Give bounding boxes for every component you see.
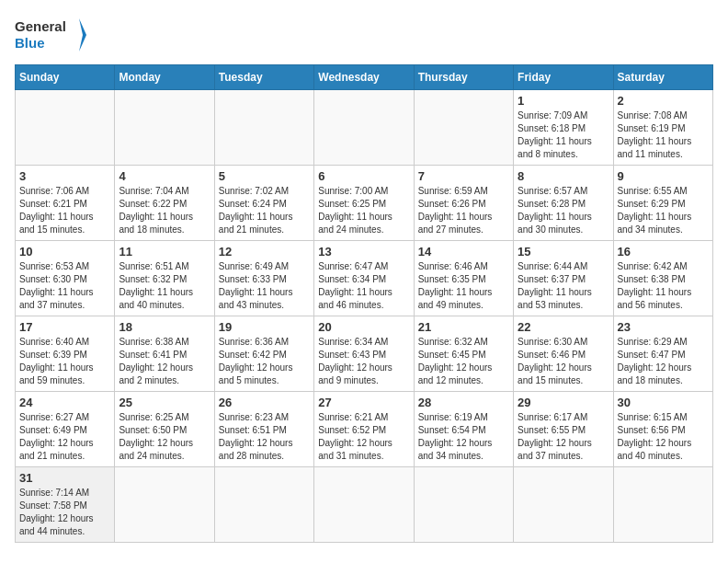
calendar-cell: [115, 90, 214, 166]
day-number: 1: [518, 94, 609, 108]
calendar-week-3: 17Sunrise: 6:40 AM Sunset: 6:39 PM Dayli…: [16, 316, 713, 392]
calendar-cell: 2Sunrise: 7:08 AM Sunset: 6:19 PM Daylig…: [613, 90, 712, 166]
day-number: 20: [318, 320, 409, 334]
calendar-cell: 11Sunrise: 6:51 AM Sunset: 6:32 PM Dayli…: [115, 241, 214, 316]
day-number: 17: [19, 320, 110, 334]
day-info: Sunrise: 6:36 AM Sunset: 6:42 PM Dayligh…: [219, 336, 310, 387]
calendar-cell: 29Sunrise: 6:17 AM Sunset: 6:55 PM Dayli…: [514, 392, 613, 467]
calendar-cell: 15Sunrise: 6:44 AM Sunset: 6:37 PM Dayli…: [514, 241, 613, 316]
day-number: 21: [418, 320, 509, 334]
calendar-cell: 9Sunrise: 6:55 AM Sunset: 6:29 PM Daylig…: [613, 166, 712, 241]
weekday-header-friday: Friday: [514, 65, 613, 90]
day-number: 15: [518, 245, 609, 259]
calendar-cell: 28Sunrise: 6:19 AM Sunset: 6:54 PM Dayli…: [414, 392, 513, 467]
day-number: 22: [518, 320, 609, 334]
day-info: Sunrise: 6:51 AM Sunset: 6:32 PM Dayligh…: [119, 260, 210, 312]
day-number: 29: [518, 396, 609, 409]
day-info: Sunrise: 7:14 AM Sunset: 7:58 PM Dayligh…: [19, 487, 110, 538]
day-number: 2: [618, 94, 709, 108]
day-number: 4: [119, 169, 210, 183]
day-number: 6: [318, 169, 409, 183]
calendar-week-4: 24Sunrise: 6:27 AM Sunset: 6:49 PM Dayli…: [16, 392, 713, 467]
calendar-cell: 31Sunrise: 7:14 AM Sunset: 7:58 PM Dayli…: [16, 467, 115, 543]
weekday-header-row: SundayMondayTuesdayWednesdayThursdayFrid…: [16, 65, 713, 90]
weekday-header-wednesday: Wednesday: [314, 65, 414, 90]
calendar-cell: 1Sunrise: 7:09 AM Sunset: 6:18 PM Daylig…: [514, 90, 613, 166]
day-number: 7: [418, 169, 509, 183]
calendar-week-2: 10Sunrise: 6:53 AM Sunset: 6:30 PM Dayli…: [16, 241, 713, 316]
calendar-cell: [314, 467, 414, 543]
calendar-cell: 24Sunrise: 6:27 AM Sunset: 6:49 PM Dayli…: [16, 392, 115, 467]
day-number: 10: [19, 245, 110, 259]
day-info: Sunrise: 6:23 AM Sunset: 6:51 PM Dayligh…: [219, 411, 310, 463]
calendar-cell: 5Sunrise: 7:02 AM Sunset: 6:24 PM Daylig…: [214, 166, 313, 241]
day-number: 23: [618, 320, 709, 334]
weekday-header-thursday: Thursday: [414, 65, 513, 90]
day-number: 31: [19, 471, 110, 485]
day-number: 25: [119, 396, 210, 409]
day-info: Sunrise: 7:08 AM Sunset: 6:19 PM Dayligh…: [618, 109, 709, 161]
day-number: 14: [418, 245, 509, 259]
calendar-week-1: 3Sunrise: 7:06 AM Sunset: 6:21 PM Daylig…: [16, 166, 713, 241]
calendar-cell: 18Sunrise: 6:38 AM Sunset: 6:41 PM Dayli…: [115, 316, 214, 392]
calendar-cell: 13Sunrise: 6:47 AM Sunset: 6:34 PM Dayli…: [314, 241, 414, 316]
day-info: Sunrise: 7:02 AM Sunset: 6:24 PM Dayligh…: [219, 185, 310, 236]
day-number: 24: [19, 396, 110, 409]
calendar-cell: [613, 467, 712, 543]
day-number: 5: [219, 169, 310, 183]
svg-text:Blue: Blue: [15, 35, 45, 51]
calendar-cell: 19Sunrise: 6:36 AM Sunset: 6:42 PM Dayli…: [214, 316, 313, 392]
calendar-cell: 4Sunrise: 7:04 AM Sunset: 6:22 PM Daylig…: [115, 166, 214, 241]
weekday-header-monday: Monday: [115, 65, 214, 90]
day-info: Sunrise: 6:42 AM Sunset: 6:38 PM Dayligh…: [618, 260, 709, 312]
day-info: Sunrise: 6:55 AM Sunset: 6:29 PM Dayligh…: [618, 185, 709, 236]
day-info: Sunrise: 6:25 AM Sunset: 6:50 PM Dayligh…: [119, 411, 210, 463]
calendar-cell: [414, 467, 513, 543]
calendar-week-5: 31Sunrise: 7:14 AM Sunset: 7:58 PM Dayli…: [16, 467, 713, 543]
day-info: Sunrise: 7:04 AM Sunset: 6:22 PM Dayligh…: [119, 185, 210, 236]
day-number: 8: [518, 169, 609, 183]
day-info: Sunrise: 6:27 AM Sunset: 6:49 PM Dayligh…: [19, 411, 110, 463]
calendar-cell: 12Sunrise: 6:49 AM Sunset: 6:33 PM Dayli…: [214, 241, 313, 316]
calendar-cell: 16Sunrise: 6:42 AM Sunset: 6:38 PM Dayli…: [613, 241, 712, 316]
calendar-cell: [414, 90, 513, 166]
day-number: 12: [219, 245, 310, 259]
day-info: Sunrise: 6:38 AM Sunset: 6:41 PM Dayligh…: [119, 336, 210, 387]
day-number: 11: [119, 245, 210, 259]
calendar-cell: [514, 467, 613, 543]
weekday-header-saturday: Saturday: [613, 65, 712, 90]
day-info: Sunrise: 7:00 AM Sunset: 6:25 PM Dayligh…: [318, 185, 409, 236]
day-info: Sunrise: 6:29 AM Sunset: 6:47 PM Dayligh…: [618, 336, 709, 387]
day-number: 28: [418, 396, 509, 409]
day-info: Sunrise: 6:59 AM Sunset: 6:26 PM Dayligh…: [418, 185, 509, 236]
day-info: Sunrise: 6:47 AM Sunset: 6:34 PM Dayligh…: [318, 260, 409, 312]
day-info: Sunrise: 6:57 AM Sunset: 6:28 PM Dayligh…: [518, 185, 609, 236]
calendar-cell: 3Sunrise: 7:06 AM Sunset: 6:21 PM Daylig…: [16, 166, 115, 241]
day-number: 30: [618, 396, 709, 409]
calendar-cell: [16, 90, 115, 166]
day-number: 9: [618, 169, 709, 183]
day-info: Sunrise: 7:09 AM Sunset: 6:18 PM Dayligh…: [518, 109, 609, 161]
svg-text:General: General: [15, 18, 66, 34]
day-info: Sunrise: 6:17 AM Sunset: 6:55 PM Dayligh…: [518, 411, 609, 463]
calendar-cell: 25Sunrise: 6:25 AM Sunset: 6:50 PM Dayli…: [115, 392, 214, 467]
svg-marker-2: [79, 18, 86, 52]
weekday-header-tuesday: Tuesday: [214, 65, 313, 90]
calendar: SundayMondayTuesdayWednesdayThursdayFrid…: [15, 64, 713, 543]
calendar-cell: 8Sunrise: 6:57 AM Sunset: 6:28 PM Daylig…: [514, 166, 613, 241]
logo-svg: General Blue: [15, 15, 88, 55]
day-info: Sunrise: 6:19 AM Sunset: 6:54 PM Dayligh…: [418, 411, 509, 463]
header: General Blue: [15, 15, 713, 55]
calendar-week-0: 1Sunrise: 7:09 AM Sunset: 6:18 PM Daylig…: [16, 90, 713, 166]
calendar-cell: 7Sunrise: 6:59 AM Sunset: 6:26 PM Daylig…: [414, 166, 513, 241]
day-number: 19: [219, 320, 310, 334]
day-info: Sunrise: 6:44 AM Sunset: 6:37 PM Dayligh…: [518, 260, 609, 312]
calendar-cell: 14Sunrise: 6:46 AM Sunset: 6:35 PM Dayli…: [414, 241, 513, 316]
logo: General Blue: [15, 15, 88, 55]
day-info: Sunrise: 6:21 AM Sunset: 6:52 PM Dayligh…: [318, 411, 409, 463]
day-info: Sunrise: 6:49 AM Sunset: 6:33 PM Dayligh…: [219, 260, 310, 312]
day-number: 16: [618, 245, 709, 259]
calendar-cell: 10Sunrise: 6:53 AM Sunset: 6:30 PM Dayli…: [16, 241, 115, 316]
day-info: Sunrise: 6:46 AM Sunset: 6:35 PM Dayligh…: [418, 260, 509, 312]
calendar-cell: 17Sunrise: 6:40 AM Sunset: 6:39 PM Dayli…: [16, 316, 115, 392]
